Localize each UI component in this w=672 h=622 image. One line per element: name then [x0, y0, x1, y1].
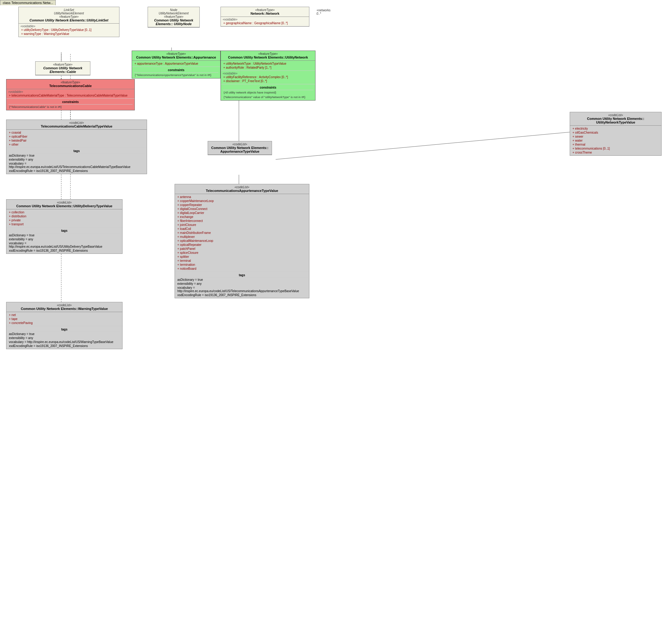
appurtenance-constraints-section: constraints {"TelecommunicationsAppurten…: [132, 67, 220, 78]
node-stereotype2: UtilityNetworkElement: [150, 12, 197, 15]
linkset-box: LinkSet UtilityNetworkElement «featureTy…: [18, 7, 119, 37]
utility-network-box: «featureType» Common Utility Network Ele…: [221, 50, 315, 101]
node-box: Node UtilityNetworkElement «featureType»…: [148, 7, 200, 28]
utility-network-classname: Common Utility Network Elements::Utility…: [223, 56, 313, 59]
telecom-appurtenance-tags-section: tags asDictionary = true extensibility =…: [175, 272, 309, 298]
telecom-cable-header: «featureType» TelecommunicationsCable: [6, 79, 135, 89]
utility-network-header: «featureType» Common Utility Network Ele…: [221, 51, 315, 61]
warning-type-header: «codeList» Common Utility Network Elemen…: [6, 302, 122, 312]
utility-network-type-box: «codeList» Common Utility Network Elemen…: [570, 112, 662, 156]
delivery-type-stereotype: «codeList»: [8, 201, 120, 204]
network-stereotype: «featureType»: [223, 8, 307, 12]
utility-network-constraints-section: constraints {All utility network objects…: [221, 84, 315, 100]
warning-type-tags-section: tags asDictionary = true extensibility =…: [6, 326, 122, 349]
appurtenance-attrs-section: + appurtenanceType : AppurtenanceTypeVal…: [132, 61, 220, 67]
cable-inner-header: «featureType» Common Utility Network Ele…: [36, 62, 90, 75]
cable-material-tags-section: tags asDictionary = true extensibility =…: [6, 148, 147, 174]
cable-inner-stereotype: «featureType»: [37, 63, 88, 66]
linkset-stereotype3: «featureType»: [21, 15, 117, 19]
warning-type-stereotype: «codeList»: [8, 304, 120, 307]
cable-inner-classname: Common Utility Network Elements::Cable: [37, 66, 88, 74]
node-stereotype1: Node: [150, 8, 197, 12]
node-header: Node UtilityNetworkElement «featureType»…: [148, 7, 199, 27]
telecom-appurtenance-header: «codeList» TelecommunicationsAppurtenanc…: [175, 184, 309, 194]
appurtenance-header: «featureType» Common Utility Network Ele…: [132, 51, 220, 61]
cable-material-classname: TelecommunicationsCableMaterialTypeValue: [8, 125, 145, 128]
network-header: «featureType» Network::Network: [221, 7, 309, 17]
utility-network-voidable-section: «voidable» + utilityFacilityReference : …: [221, 71, 315, 84]
node-stereotype3: «featureType»: [150, 15, 197, 19]
network-attrs-section: «voidable» + geographicalName : Geograph…: [221, 17, 309, 26]
telecom-appurtenance-attrs-section: + antenna + copperMaintenanceLoop + copp…: [175, 194, 309, 272]
diagram-container: class Telecommunications Netw...: [0, 0, 672, 622]
un-attr1: + utilityNetworkType : UtilityNetworkTyp…: [223, 62, 313, 66]
delivery-type-tags-section: tags asDictionary = true extensibility =…: [6, 228, 122, 253]
appurtenance-attr1: + appurtenanceType : AppurtenanceTypeVal…: [134, 62, 218, 66]
cable-material-attrs-section: + coaxial + opticalFiber + twistedPair +…: [6, 130, 147, 148]
telecom-cable-constraints-section: constraints {"TelecommunicationsCable" i…: [6, 99, 135, 110]
un-attr4: + disclaimer : PT_FreeText [0..*]: [223, 79, 313, 83]
delivery-type-attrs-section: + collection + distribution + private + …: [6, 209, 122, 228]
utility-network-type-header: «codeList» Common Utility Network Elemen…: [570, 112, 661, 126]
warning-type-classname: Common Utility Network Elements::Warning…: [8, 307, 120, 311]
utility-network-type-stereotype: «codeList»: [572, 113, 660, 117]
utility-network-stereotype: «featureType»: [223, 52, 313, 56]
cable-material-stereotype: «codeList»: [8, 121, 145, 125]
linkset-stereotype1: LinkSet: [21, 8, 117, 12]
telecom-appurtenance-stereotype: «codeList»: [177, 185, 307, 189]
appurtenance-box: «featureType» Common Utility Network Ele…: [132, 50, 221, 78]
warning-type-box: «codeList» Common Utility Network Elemen…: [6, 302, 122, 349]
utility-network-attrs-section: + utilityNetworkType : UtilityNetworkTyp…: [221, 61, 315, 71]
telecom-appurtenance-classname: TelecommunicationsAppurtenanceTypeValue: [177, 189, 307, 193]
un-attr3: + utilityFacilityReference : ActivityCom…: [223, 75, 313, 79]
svg-line-12: [276, 132, 573, 160]
tab-bar[interactable]: class Telecommunications Netw...: [0, 0, 56, 5]
networks-label: +networks 0..*: [316, 9, 331, 15]
delivery-type-classname: Common Utility Network Elements::Utility…: [8, 204, 120, 208]
appurtenance-type-small-header: «codeList» Common Utility Network Elemen…: [208, 141, 272, 155]
telecom-appurtenance-box: «codeList» TelecommunicationsAppurtenanc…: [175, 184, 309, 298]
warning-type-attrs-section: + net + tape + concretePaving: [6, 312, 122, 326]
telecom-cable-voidable-section: «voidable» + telecommunicationsCableMate…: [6, 89, 135, 99]
appurtenance-stereotype: «featureType»: [134, 52, 218, 56]
cable-inner-box: «featureType» Common Utility Network Ele…: [35, 61, 90, 75]
node-classname: Common Utility Network Elements:: Utilit…: [150, 19, 197, 26]
tab-label: class Telecommunications Netw...: [3, 1, 53, 5]
cable-material-header: «codeList» TelecommunicationsCableMateri…: [6, 120, 147, 130]
appurtenance-type-small-box: «codeList» Common Utility Network Elemen…: [208, 141, 272, 155]
linkset-attr2: + warningType : WarningTypeValue: [21, 32, 117, 36]
telecom-cable-stereotype: «featureType»: [8, 81, 133, 84]
telecom-cable-box: «featureType» TelecommunicationsCable «v…: [6, 79, 135, 110]
cable-material-box: «codeList» TelecommunicationsCableMateri…: [6, 119, 147, 174]
linkset-voidable: «voidable» + utilityDeliveryType : Utili…: [19, 24, 119, 37]
delivery-type-box: «codeList» Common Utility Network Elemen…: [6, 199, 122, 254]
linkset-stereotype2: UtilityNetworkElement: [21, 12, 117, 15]
un-attr2: + authorityRole : RelatedParty [1..*]: [223, 66, 313, 70]
telecom-cable-classname: TelecommunicationsCable: [8, 84, 133, 88]
utility-network-type-classname: Common Utility Network Elements:: Utilit…: [572, 117, 660, 124]
appurtenance-classname: Common Utility Network Elements::Appurte…: [134, 56, 218, 59]
linkset-attr1: + utilityDeliveryType : UtilityDeliveryT…: [21, 28, 117, 32]
network-box: «featureType» Network::Network «voidable…: [221, 7, 309, 27]
network-attr1: + geographicalName : GeographicalName [0…: [223, 21, 307, 25]
appurtenance-type-small-stereotype: «codeList»: [210, 143, 270, 146]
delivery-type-header: «codeList» Common Utility Network Elemen…: [6, 200, 122, 209]
utility-network-type-attrs-section: + electricity + oilGasChemicals + sewer …: [570, 126, 661, 156]
network-classname: Network::Network: [223, 12, 307, 15]
linkset-classname: Common Utility Network Elements::Utility…: [21, 19, 117, 22]
telecom-cable-attr1: + telecommunicationsCableMaterialType : …: [8, 94, 133, 98]
linkset-header: LinkSet UtilityNetworkElement «featureTy…: [19, 7, 119, 24]
appurtenance-type-small-classname: Common Utility Network Elements:: Appurt…: [210, 146, 270, 153]
